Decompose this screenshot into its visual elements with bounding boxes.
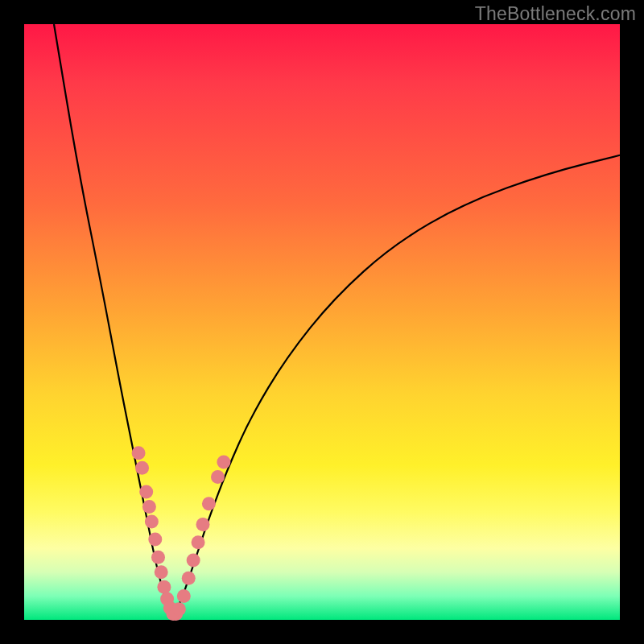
marker-dot [132, 446, 146, 460]
marker-dot [148, 533, 162, 547]
marker-dot [142, 500, 156, 514]
marker-dot [172, 602, 186, 616]
curve-layer [24, 24, 620, 620]
marker-dot [135, 461, 149, 475]
marker-dot [139, 485, 153, 498]
chart-frame: TheBottleneck.com [0, 0, 644, 644]
marker-dot [196, 518, 210, 531]
highlight-markers [132, 446, 231, 621]
bottleneck-curve-left [54, 24, 173, 620]
marker-dot [192, 535, 205, 549]
marker-dot [145, 514, 159, 528]
marker-dot [217, 455, 230, 469]
marker-dot [151, 551, 165, 564]
marker-dot [202, 497, 216, 510]
marker-dot [177, 589, 191, 603]
marker-dot [157, 580, 171, 594]
plot-area [24, 24, 620, 620]
marker-dot [155, 565, 168, 579]
bottleneck-curve-right [173, 155, 620, 620]
marker-dot [211, 470, 225, 484]
marker-dot [182, 572, 196, 585]
watermark-text: TheBottleneck.com [475, 3, 636, 25]
marker-dot [187, 554, 200, 568]
